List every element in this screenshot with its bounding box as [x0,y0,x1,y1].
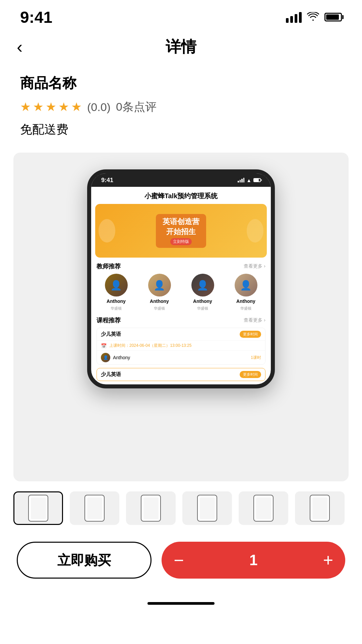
thumbnail-6[interactable] [295,491,345,525]
status-bar: 9:41 [0,0,362,30]
signal-icon [286,11,302,23]
home-indicator [0,595,362,615]
thumbnail-4[interactable] [182,491,232,525]
star-5: ★ [71,100,82,114]
quantity-increase-button[interactable]: + [323,551,333,569]
quantity-decrease-button[interactable]: − [174,551,184,569]
product-name: 商品名称 [20,74,342,93]
stars: ★ ★ ★ ★ ★ [20,100,82,114]
thumbnail-3[interactable] [126,491,176,525]
teacher-card-3: 👤 Anthony 华盛顿 [183,274,222,311]
product-info: 商品名称 ★ ★ ★ ★ ★ (0.0) 0条点评 免配送费 [0,64,362,153]
course-teacher-avatar: 👤 [101,353,110,362]
teacher-avatar-4: 👤 [235,274,257,297]
course-detail-row: 📅 上课时间：2024-06-04（星期二）13:00-13:25 [97,340,265,351]
phone-status-icons: ▲ [238,177,261,183]
teacher-card-1: 👤 Anthony 华盛顿 [97,274,136,311]
phone-time: 9:41 [101,177,113,184]
course-time-btn-1: 更多时间 [240,331,261,338]
back-button[interactable]: ‹ [17,37,22,57]
teacher-row: 👤 Anthony 华盛顿 👤 Anthony 华盛顿 👤 An [91,274,271,316]
teacher-avatar-2: 👤 [148,274,171,297]
bottom-bar: 立即购买 − 1 + [0,532,362,595]
quantity-control: − 1 + [162,542,345,579]
status-icons [286,11,342,23]
thumbnail-1[interactable] [13,491,63,525]
course-section-title: 课程推荐 [97,316,121,324]
teacher-sub-2: 华盛顿 [154,306,165,311]
course-title-1: 少儿英语 [101,331,121,337]
phone-signal-icon [238,178,244,182]
shipping-label: 免配送费 [20,121,342,138]
banner-deco-left [99,219,115,243]
home-indicator-line [147,602,215,605]
course-lessons: 1课时 [251,355,261,361]
banner-deco-right [247,219,263,243]
course-card-1: 少儿英语 更多时间 📅 上课时间：2024-06-04（星期二）13:00-13… [97,328,265,365]
thumbnail-5[interactable] [239,491,288,525]
star-1: ★ [20,100,31,114]
page-title: 详情 [166,37,196,57]
banner-line1: 英语创造营 [163,217,199,227]
calendar-icon: 📅 [101,343,107,348]
course-time-btn-2: 更多时间 [240,371,261,378]
teacher-avatar-3: 👤 [191,274,214,297]
teacher-section-title: 教师推荐 [97,262,121,270]
status-time: 9:41 [20,8,52,26]
phone-app-title: 小蜜蜂Talk预约管理系统 [91,187,271,204]
teacher-name-4: Anthony [236,299,255,304]
course-section: 少儿英语 更多时间 📅 上课时间：2024-06-04（星期二）13:00-13… [91,328,271,384]
course-card-2-inner: 少儿英语 更多时间 [97,368,265,381]
star-3: ★ [46,100,56,114]
course-time-text: 上课时间：2024-06-04（星期二）13:00-13:25 [109,343,191,348]
wifi-icon [307,11,319,23]
thumbnail-2[interactable] [70,491,119,525]
teacher-name-2: Anthony [150,299,169,304]
course-section-header: 课程推荐 查看更多 › [91,316,271,328]
phone-content: 小蜜蜂Talk预约管理系统 英语创造营 开始招生 立刻特版 教师推荐 查看更多 … [91,187,271,384]
star-2: ★ [33,100,44,114]
banner-line2: 开始招生 [163,227,199,237]
product-image-area: 9:41 ▲ 小蜜蜂Talk预约管理系统 英语创造营 开始招生 立刻特 [13,153,349,481]
phone-mockup: 9:41 ▲ 小蜜蜂Talk预约管理系统 英语创造营 开始招生 立刻特 [87,169,275,388]
teacher-name-3: Anthony [193,299,212,304]
course-teacher-name: Anthony [113,355,130,360]
course-card-1-header: 少儿英语 更多时间 [97,328,265,340]
banner-text-block: 英语创造营 开始招生 立刻特版 [156,214,206,248]
course-title-2: 少儿英语 [101,371,121,378]
teacher-section-more: 查看更多 › [244,263,265,269]
teacher-sub-3: 华盛顿 [197,306,208,311]
teacher-name-1: Anthony [107,299,126,304]
rating-value: (0.0) [87,101,111,114]
course-section-more: 查看更多 › [244,317,265,323]
phone-banner: 英语创造营 开始招生 立刻特版 [95,204,267,258]
buy-button-label: 立即购买 [57,551,111,570]
teacher-sub-1: 华盛顿 [111,306,122,311]
battery-icon [324,13,342,21]
teacher-card-2: 👤 Anthony 华盛顿 [140,274,179,311]
phone-battery-icon [253,178,261,182]
rating-count: 0条点评 [116,99,157,115]
buy-button[interactable]: 立即购买 [17,542,152,579]
banner-badge: 立刻特版 [170,238,192,245]
phone-notch: 9:41 ▲ [91,173,271,187]
course-card-2: 少儿英语 更多时间 [97,368,265,381]
course-teacher-info: 👤 Anthony [101,353,130,362]
phone-wifi-icon: ▲ [246,177,251,183]
teacher-card-4: 👤 Anthony 华盛顿 [226,274,265,311]
course-teacher-row: 👤 Anthony 1课时 [97,351,265,364]
teacher-section-header: 教师推荐 查看更多 › [91,262,271,274]
star-4: ★ [58,100,69,114]
teacher-sub-4: 华盛顿 [240,306,251,311]
teacher-avatar-1: 👤 [105,274,128,297]
header: ‹ 详情 [0,30,362,64]
thumbnail-strip [0,481,362,532]
rating-row: ★ ★ ★ ★ ★ (0.0) 0条点评 [20,99,342,115]
quantity-value: 1 [249,552,257,569]
